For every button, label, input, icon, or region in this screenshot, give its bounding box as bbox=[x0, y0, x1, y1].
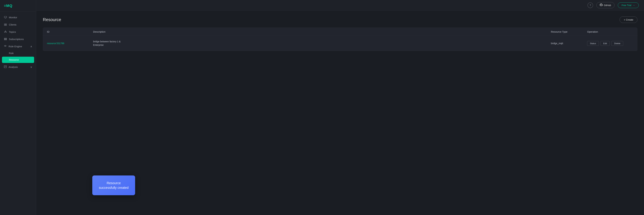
col-operation: Operation bbox=[587, 30, 633, 33]
topics-icon bbox=[4, 30, 7, 33]
sidebar-item-subscriptions-label: Subscriptions bbox=[9, 38, 24, 40]
svg-point-7 bbox=[5, 31, 6, 31]
page-header: Resource + Create bbox=[43, 16, 638, 23]
table-header: ID Description Resource Type Operation bbox=[43, 28, 637, 36]
edit-button[interactable]: Edit bbox=[600, 41, 610, 46]
sidebar-item-topics[interactable]: Topics bbox=[0, 28, 36, 36]
svg-line-11 bbox=[6, 31, 6, 32]
create-button-label: + Create bbox=[624, 18, 633, 21]
svg-rect-14 bbox=[4, 39, 6, 40]
sidebar-item-clients[interactable]: Clients bbox=[0, 21, 36, 28]
monitor-icon bbox=[4, 16, 7, 19]
rule-engine-icon bbox=[4, 45, 6, 48]
sidebar-item-monitor[interactable]: Monitor bbox=[0, 14, 36, 21]
svg-rect-5 bbox=[4, 25, 5, 26]
chevron-down-icon: ∨ bbox=[30, 66, 32, 68]
col-id: ID bbox=[47, 30, 93, 33]
sidebar-item-resource[interactable]: Resource bbox=[2, 57, 34, 63]
help-button[interactable]: ? bbox=[588, 2, 593, 8]
page-title: Resource bbox=[43, 17, 61, 22]
sidebar-nav: Monitor Clients bbox=[0, 12, 36, 215]
svg-point-16 bbox=[5, 46, 6, 46]
success-toast: Resourcesuccessfully created bbox=[92, 176, 135, 195]
table-row: resource:531788 bridge between factory 1… bbox=[43, 36, 637, 51]
free-trial-arrow: → bbox=[633, 4, 635, 6]
sidebar-item-rule[interactable]: Rule bbox=[0, 50, 36, 56]
sidebar-item-topics-label: Topics bbox=[9, 30, 16, 33]
operation-buttons: Status Edit Delete bbox=[587, 41, 633, 46]
rule-engine-sub-items: Rule Resource bbox=[0, 50, 36, 63]
github-button[interactable]: GitHub bbox=[596, 2, 614, 8]
resource-table: ID Description Resource Type Operation r… bbox=[43, 28, 638, 51]
free-trial-button[interactable]: Free Trial → bbox=[618, 2, 639, 8]
analysis-icon bbox=[4, 66, 6, 68]
svg-rect-13 bbox=[4, 38, 6, 38]
toast-message: Resourcesuccessfully created bbox=[99, 181, 128, 190]
clients-icon bbox=[4, 23, 7, 26]
sidebar-item-resource-label: Resource bbox=[9, 58, 19, 61]
svg-rect-0 bbox=[4, 16, 6, 18]
main-area: ? GitHub Free Trial → Resource + Create bbox=[36, 0, 644, 215]
sidebar-item-monitor-label: Monitor bbox=[9, 16, 17, 19]
resource-type: bridge_mqtt bbox=[551, 42, 587, 45]
resource-id[interactable]: resource:531788 bbox=[47, 42, 93, 45]
github-label: GitHub bbox=[604, 4, 611, 6]
page-content: Resource + Create ID Description Resourc… bbox=[36, 10, 644, 215]
delete-button[interactable]: Delete bbox=[611, 41, 623, 46]
subscriptions-icon bbox=[4, 38, 7, 40]
create-button[interactable]: + Create bbox=[620, 16, 638, 23]
sidebar-section-rule-engine: Rule Engine ∧ Rule Resource bbox=[0, 43, 36, 63]
github-icon bbox=[600, 4, 602, 7]
sidebar: ≡MQ Monitor Cl bbox=[0, 0, 36, 215]
chevron-up-icon: ∧ bbox=[30, 45, 32, 48]
sidebar-item-subscriptions[interactable]: Subscriptions bbox=[0, 36, 36, 43]
top-header: ? GitHub Free Trial → bbox=[36, 0, 644, 10]
sidebar-item-clients-label: Clients bbox=[9, 23, 16, 26]
resource-description: bridge between factory 1 &Enterprise bbox=[93, 40, 551, 47]
free-trial-label: Free Trial bbox=[622, 4, 631, 6]
col-description: Description bbox=[93, 30, 551, 33]
sidebar-item-rule-engine[interactable]: Rule Engine ∧ bbox=[0, 43, 36, 50]
sidebar-item-rule-label: Rule bbox=[9, 52, 14, 54]
svg-line-10 bbox=[4, 31, 6, 32]
analysis-label: Analysis bbox=[8, 66, 18, 68]
svg-rect-3 bbox=[4, 24, 5, 24]
status-button[interactable]: Status bbox=[587, 41, 599, 46]
svg-rect-4 bbox=[6, 24, 6, 24]
svg-rect-6 bbox=[6, 25, 6, 26]
svg-rect-15 bbox=[4, 40, 6, 40]
app-logo: ≡MQ bbox=[0, 0, 36, 12]
col-resource-type: Resource Type bbox=[551, 30, 587, 33]
sidebar-item-analysis[interactable]: Analysis ∨ bbox=[0, 63, 36, 71]
rule-engine-label: Rule Engine bbox=[8, 45, 22, 48]
